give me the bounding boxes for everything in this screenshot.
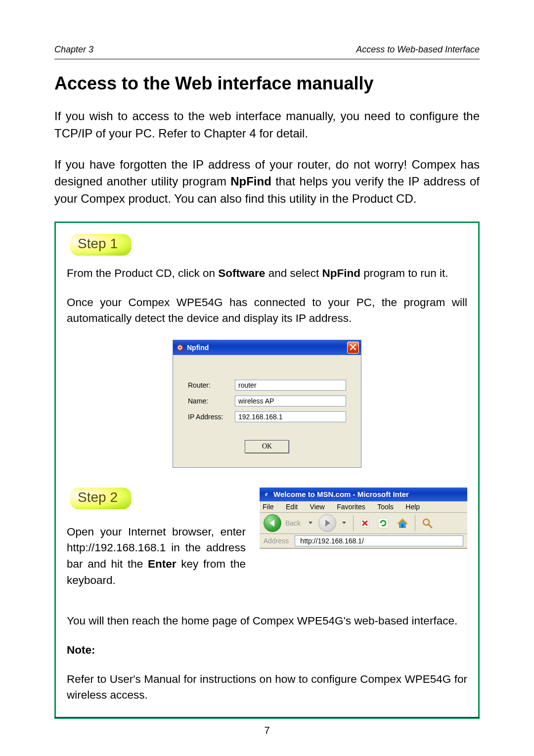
- footer-rule: [54, 717, 480, 717]
- step-1-pill: Step 1: [70, 234, 132, 256]
- ie-toolbar: Back: [260, 513, 467, 534]
- address-input[interactable]: http://192.168.168.1/: [295, 535, 463, 546]
- home-icon: [396, 517, 409, 530]
- npfind-name-label: Name:: [188, 397, 235, 405]
- stop-button[interactable]: [357, 516, 372, 530]
- text-fragment: program to run it.: [360, 267, 448, 279]
- note-heading: Note:: [67, 642, 467, 659]
- ie-menubar: File Edit View Favorites Tools Help: [260, 501, 467, 513]
- toolbar-divider: [353, 515, 354, 531]
- menu-view[interactable]: View: [310, 503, 325, 511]
- svg-point-2: [179, 347, 181, 349]
- running-head-right: Access to Web-based Interface: [356, 44, 480, 55]
- page-number: 7: [0, 725, 534, 736]
- npfind-title-text: Npfind: [187, 344, 209, 352]
- menu-help[interactable]: Help: [405, 503, 420, 511]
- npfind-title: Npfind: [176, 344, 209, 352]
- step-1-line-2: Once your Compex WPE54G has connected to…: [67, 295, 467, 327]
- step-2-after: You will then reach the home page of Com…: [67, 613, 467, 629]
- bold-npfind: NpFind: [230, 175, 271, 188]
- app-icon: [176, 344, 184, 352]
- intro-paragraph-2: If you have forgotten the IP address of …: [54, 156, 480, 208]
- bold-enter: Enter: [148, 558, 177, 570]
- refresh-button[interactable]: [375, 516, 391, 530]
- forward-arrow-icon: [325, 520, 330, 527]
- text-fragment: From the Product CD, click on: [67, 267, 218, 279]
- menu-edit[interactable]: Edit: [286, 503, 298, 511]
- npfind-router-row: Router: router: [188, 380, 346, 391]
- step-2-text: Open your Internet browser, enter http:/…: [67, 524, 246, 589]
- ie-titlebar[interactable]: e Welcome to MSN.com - Microsoft Inter: [260, 488, 467, 501]
- steps-box: Step 1 From the Product CD, click on Sof…: [54, 222, 480, 719]
- npfind-ip-row: IP Address: 192.168.168.1: [188, 411, 346, 422]
- menu-favorites[interactable]: Favorites: [337, 503, 365, 511]
- step-2-pill: Step 2: [70, 488, 132, 509]
- search-icon: [421, 517, 433, 529]
- address-label: Address: [264, 537, 289, 545]
- svg-rect-5: [401, 524, 403, 528]
- step-1-line-1: From the Product CD, click on Software a…: [67, 266, 467, 282]
- step-2-column-text: Step 2 Open your Internet browser, enter…: [67, 488, 246, 602]
- svg-rect-4: [378, 518, 388, 528]
- ie-address-bar: Address http://192.168.168.1/: [260, 534, 467, 548]
- npfind-ip-label: IP Address:: [188, 413, 235, 421]
- npfind-ip-value[interactable]: 192.168.168.1: [235, 411, 346, 422]
- home-button[interactable]: [394, 516, 411, 530]
- note-body: Refer to User's Manual for instructions …: [67, 671, 467, 704]
- menu-file[interactable]: File: [263, 503, 274, 511]
- dropdown-icon[interactable]: [309, 522, 312, 524]
- npfind-name-row: Name: wireless AP: [188, 396, 346, 406]
- toolbar-divider: [415, 515, 415, 531]
- menu-tools[interactable]: Tools: [377, 503, 394, 511]
- section-title: Access to the Web interface manually: [54, 73, 480, 94]
- ie-icon: e: [263, 490, 270, 498]
- running-head-left: Chapter 3: [54, 44, 93, 55]
- npfind-body: Router: router Name: wireless AP IP Addr…: [173, 355, 361, 467]
- back-label: Back: [285, 519, 301, 527]
- stop-icon: [359, 518, 370, 529]
- close-icon: [350, 344, 356, 351]
- refresh-icon: [377, 517, 389, 529]
- npfind-router-value[interactable]: router: [235, 380, 346, 391]
- ie-title-text: Welcome to MSN.com - Microsoft Inter: [273, 490, 409, 498]
- header-rule: [54, 59, 480, 59]
- ie-page-clip: [260, 548, 467, 556]
- back-button[interactable]: [264, 514, 281, 532]
- bold-npfind-inline: NpFind: [322, 267, 360, 279]
- npfind-name-value[interactable]: wireless AP: [235, 396, 346, 406]
- bold-software: Software: [218, 267, 265, 279]
- back-arrow-icon: [269, 520, 274, 527]
- npfind-titlebar[interactable]: Npfind: [173, 340, 361, 355]
- ie-window: e Welcome to MSN.com - Microsoft Inter F…: [260, 488, 467, 556]
- ok-button[interactable]: OK: [245, 440, 289, 453]
- search-button[interactable]: [419, 516, 435, 530]
- forward-button[interactable]: [318, 514, 336, 532]
- close-button[interactable]: [347, 342, 359, 354]
- intro-paragraph-1: If you wish to access to the web interfa…: [54, 108, 480, 142]
- dropdown-icon[interactable]: [342, 522, 346, 524]
- text-fragment: and select: [265, 267, 322, 279]
- npfind-router-label: Router:: [188, 381, 235, 389]
- npfind-window: Npfind Router: router Name: wireless AP: [173, 340, 361, 468]
- svg-line-7: [429, 524, 432, 528]
